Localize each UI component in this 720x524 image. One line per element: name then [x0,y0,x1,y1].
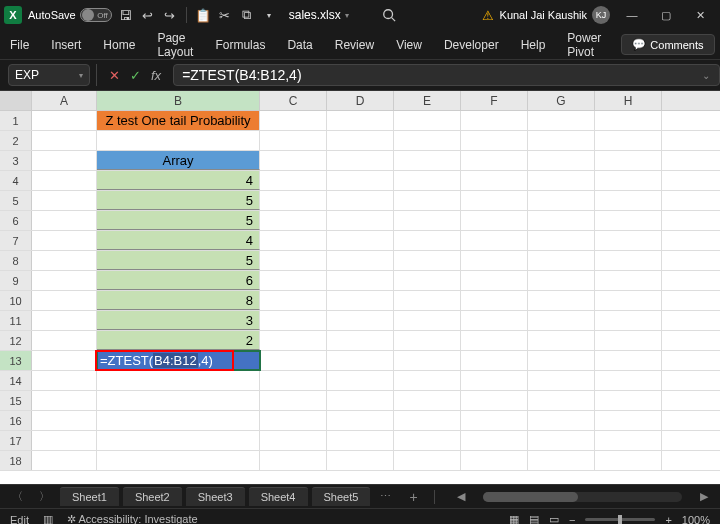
col-header-e[interactable]: E [394,91,461,110]
paste-icon[interactable]: 📋 [195,7,211,23]
row-header[interactable]: 3 [0,151,32,170]
scroll-left-icon[interactable]: ◀ [451,490,471,503]
row-header[interactable]: 15 [0,391,32,410]
cell-b11[interactable]: 3 [97,311,260,330]
cell-b3[interactable]: Array [97,151,260,170]
cell-b10[interactable]: 8 [97,291,260,310]
close-button[interactable]: ✕ [684,3,716,27]
column-headers: A B C D E F G H [0,91,720,111]
sheet-nav-prev[interactable]: 〈 [6,489,29,504]
tab-developer[interactable]: Developer [442,34,501,56]
tab-formulas[interactable]: Formulas [213,34,267,56]
row-header[interactable]: 17 [0,431,32,450]
col-header-h[interactable]: H [595,91,662,110]
chevron-down-icon[interactable]: ▾ [261,7,277,23]
stats-icon[interactable]: ▥ [43,513,53,524]
tab-power-pivot[interactable]: Power Pivot [565,27,603,63]
row-header[interactable]: 7 [0,231,32,250]
view-normal-icon[interactable]: ▦ [509,513,519,524]
col-header-a[interactable]: A [32,91,97,110]
cell-b7[interactable]: 4 [97,231,260,250]
scroll-thumb[interactable] [483,492,578,502]
accessibility-status[interactable]: ✲ Accessibility: Investigate [67,513,198,524]
formula-input[interactable]: =ZTEST(B4:B12,4) [173,64,720,86]
sheet-tab[interactable]: Sheet3 [186,487,245,506]
sheet-tab[interactable]: Sheet1 [60,487,119,506]
tab-review[interactable]: Review [333,34,376,56]
row-header[interactable]: 5 [0,191,32,210]
fx-icon[interactable]: fx [151,68,167,83]
sheet-tab[interactable]: Sheet5 [312,487,371,506]
row-header[interactable]: 13 [0,351,32,370]
col-header-f[interactable]: F [461,91,528,110]
user-account[interactable]: Kunal Jai Kaushik KJ [500,6,610,24]
zoom-level[interactable]: 100% [682,514,710,525]
zoom-in-icon[interactable]: + [665,514,671,525]
copy-icon[interactable]: ⧉ [239,7,255,23]
row-header[interactable]: 16 [0,411,32,430]
more-sheets-icon[interactable]: ⋯ [374,490,397,503]
scroll-right-icon[interactable]: ▶ [694,490,714,503]
view-break-icon[interactable]: ▭ [549,513,559,524]
cell-b13-active[interactable]: =ZTEST(B4:B12,4) [97,351,260,370]
toggle-off-icon[interactable]: Off [80,8,112,22]
sheet-tab[interactable]: Sheet4 [249,487,308,506]
row-header[interactable]: 2 [0,131,32,150]
filename[interactable]: sales.xlsx ▾ [289,8,349,22]
tab-view[interactable]: View [394,34,424,56]
col-header-g[interactable]: G [528,91,595,110]
col-header-d[interactable]: D [327,91,394,110]
cell-b9[interactable]: 6 [97,271,260,290]
sheet-tab-bar: 〈 〉 Sheet1 Sheet2 Sheet3 Sheet4 Sheet5 ⋯… [0,484,720,508]
row-header[interactable]: 18 [0,451,32,470]
sheet-tab[interactable]: Sheet2 [123,487,182,506]
row-header[interactable]: 9 [0,271,32,290]
col-header-c[interactable]: C [260,91,327,110]
row-header[interactable]: 14 [0,371,32,390]
tab-home[interactable]: Home [101,34,137,56]
cell-b1[interactable]: Z test One tail Probability [97,111,260,130]
expand-formula-icon[interactable]: ⌄ [702,70,710,81]
row-header[interactable]: 1 [0,111,32,130]
row-header[interactable]: 10 [0,291,32,310]
view-page-icon[interactable]: ▤ [529,513,539,524]
tab-help[interactable]: Help [519,34,548,56]
accept-formula-icon[interactable]: ✓ [130,68,141,83]
row-header[interactable]: 6 [0,211,32,230]
redo-icon[interactable]: ↪ [162,7,178,23]
cell-b12[interactable]: 2 [97,331,260,350]
comments-button[interactable]: 💬 Comments [621,34,714,55]
autosave-toggle[interactable]: AutoSave Off [28,8,112,22]
chevron-down-icon[interactable]: ▾ [79,71,83,80]
save-icon[interactable]: 🖫 [118,7,134,23]
cell-b5[interactable]: 5 [97,191,260,210]
row-header[interactable]: 12 [0,331,32,350]
add-sheet-button[interactable]: + [401,489,425,505]
cancel-formula-icon[interactable]: ✕ [109,68,120,83]
maximize-button[interactable]: ▢ [650,3,682,27]
search-icon[interactable] [381,7,397,23]
spreadsheet-grid[interactable]: A B C D E F G H 1Z test One tail Probabi… [0,91,720,484]
edit-mode-label: Edit [10,514,29,525]
cell-b6[interactable]: 5 [97,211,260,230]
name-box[interactable]: EXP ▾ [8,64,90,86]
select-all-corner[interactable] [0,91,32,110]
cell-b8[interactable]: 5 [97,251,260,270]
tab-file[interactable]: File [8,34,31,56]
warning-icon[interactable]: ⚠ [482,8,494,23]
tab-page-layout[interactable]: Page Layout [155,27,195,63]
zoom-slider[interactable] [585,518,655,521]
row-header[interactable]: 4 [0,171,32,190]
cell-b4[interactable]: 4 [97,171,260,190]
minimize-button[interactable]: — [616,3,648,27]
row-header[interactable]: 8 [0,251,32,270]
horizontal-scrollbar[interactable]: ◀ ▶ [443,490,714,503]
col-header-b[interactable]: B [97,91,260,110]
tab-insert[interactable]: Insert [49,34,83,56]
tab-data[interactable]: Data [285,34,314,56]
sheet-nav-next[interactable]: 〉 [33,489,56,504]
undo-icon[interactable]: ↩ [140,7,156,23]
cut-icon[interactable]: ✂ [217,7,233,23]
zoom-out-icon[interactable]: − [569,514,575,525]
row-header[interactable]: 11 [0,311,32,330]
